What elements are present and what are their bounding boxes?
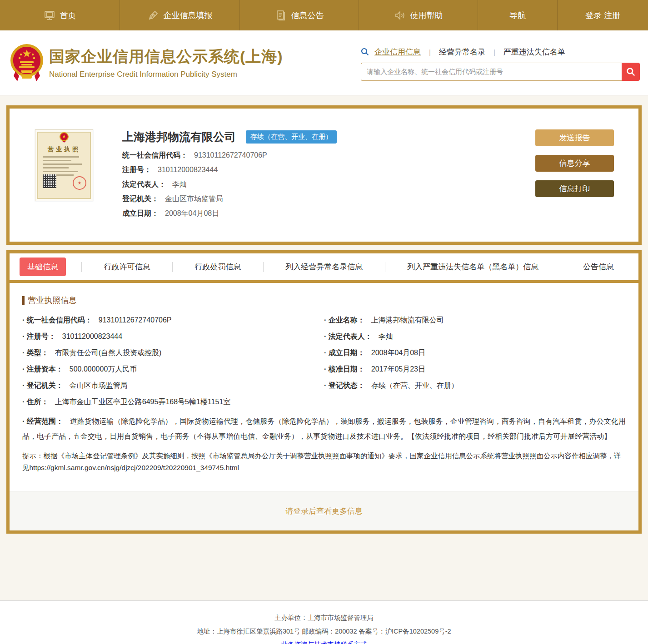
search-icon [361,48,369,56]
field-approval-date: · 核准日期： 2017年05月23日 [324,365,626,374]
section-title: 营业执照信息 [28,295,77,306]
brand-text: 国家企业信用信息公示系统(上海) National Enterprise Cre… [49,46,283,79]
license-qr-code [43,174,56,188]
nav-item-home[interactable]: 首页 [0,0,120,30]
field-credit-code: · 统一社会信用代码： 91310112672740706P [22,316,324,325]
tab-divider [263,262,264,272]
nav-item-login-register[interactable]: 登录 注册 [558,0,648,30]
main-area: 营业执照 上海港邦物流有限公司 存续（在营、开业、在册） 统一社会信用代码： 9… [0,95,648,600]
field-label: · 住所： [22,397,49,407]
company-summary-card: 营业执照 上海港邦物流有限公司 存续（在营、开业、在册） 统一社会信用代码： 9… [6,105,642,245]
speaker-icon [394,10,406,21]
license-info-content: 营业执照信息 · 统一社会信用代码： 91310112672740706P · … [10,283,638,530]
field-registered-capital: · 注册资本： 500.000000万人民币 [22,365,324,374]
nav-item-navigation[interactable]: 导航 [478,0,558,30]
field-registry: · 登记机关： 金山区市场监管局 [22,381,324,391]
detail-grid-row: · 注册号： 310112000823444 · 法定代表人： 李灿 [22,332,626,342]
field-label: 法定代表人： [122,180,166,189]
nav-item-label: 信息公告 [291,10,324,21]
section-title-row: 营业执照信息 [22,295,626,306]
license-emblem-icon [59,132,69,144]
section-title-bar [22,296,25,305]
send-report-button[interactable]: 发送报告 [535,129,614,146]
site-header: 国家企业信用信息公示系统(上海) National Enterprise Cre… [0,30,648,95]
field-label: · 核准日期： [324,365,365,374]
site-title: 国家企业信用信息公示系统(上海) [49,46,283,67]
field-registration-status: · 登记状态： 存续（在营、开业、在册） [324,381,626,391]
nav-item-enterprise-filing[interactable]: 企业信息填报 [120,0,240,30]
footer-address: 地址：上海市徐汇区肇嘉浜路301号 邮政编码：200032 备案号：沪ICP备1… [0,627,648,636]
notice-text: 提示：根据《市场主体登记管理条例》及其实施细则，按照《市场监管总局办公厅关于调整… [22,450,626,474]
field-label: · 企业名称： [324,316,365,325]
info-row-credit-code: 统一社会信用代码： 91310112672740706P [122,151,337,160]
field-value: 有限责任公司(自然人投资或控股) [55,348,162,358]
tab-separator: | [429,48,431,56]
tab-abnormal-list[interactable]: 列入经营异常名录信息 [279,258,369,276]
nav-item-label: 企业信息填报 [164,10,213,21]
field-company-type: · 类型： 有限责任公司(自然人投资或控股) [22,348,324,358]
tab-admin-penalty[interactable]: 行政处罚信息 [189,258,248,276]
tab-divider [561,262,561,272]
search-block: 企业信用信息 | 经营异常名录 | 严重违法失信名单 [361,45,640,81]
field-label: · 登记机关： [22,381,63,391]
nav-item-label: 使用帮助 [410,10,443,21]
detail-grid-row: · 登记机关： 金山区市场监管局 · 登记状态： 存续（在营、开业、在册） [22,381,626,391]
detail-tab-row: 基础信息 行政许可信息 行政处罚信息 列入经营异常名录信息 列入严重违法失信名单… [10,253,638,283]
search-tab-credit-info[interactable]: 企业信用信息 [374,47,421,57]
field-value: 2008年04月08日 [165,209,219,218]
field-value: 310112000823444 [62,332,122,341]
field-value: 金山区市场监管局 [70,381,128,391]
field-label: 统一社会信用代码： [122,151,188,160]
license-text-line [43,171,78,172]
tab-blacklist[interactable]: 列入严重违法失信名单（黑名单）信息 [401,258,545,276]
nav-item-help[interactable]: 使用帮助 [359,0,478,30]
field-label: · 类型： [22,348,49,358]
monitor-icon [44,10,55,21]
tab-basic-info[interactable]: 基础信息 [20,258,66,276]
license-red-stamp-icon [73,176,86,190]
license-title: 营业执照 [38,145,90,154]
nav-item-label: 首页 [60,10,76,21]
field-value: 2017年05月23日 [371,365,425,374]
field-label: · 统一社会信用代码： [22,316,92,325]
page-footer: 主办单位：上海市市场监督管理局 地址：上海市徐汇区肇嘉浜路301号 邮政编码：2… [0,600,648,644]
share-info-button[interactable]: 信息分享 [535,155,614,172]
footer-support-link[interactable]: 业务咨询与技术支持联系方式 [281,641,367,644]
print-info-button[interactable]: 信息打印 [535,180,614,197]
license-text-line [43,163,82,165]
search-button[interactable] [622,63,640,81]
tab-separator: | [493,48,495,56]
field-label: 注册号： [122,165,151,175]
login-more-strip: 请登录后查看更多信息 [10,491,638,530]
info-row-legal-rep: 法定代表人： 李灿 [122,180,337,189]
field-value: 310112000823444 [158,166,218,174]
nav-item-label: 导航 [509,10,526,21]
field-value: 上海港邦物流有限公司 [371,316,444,325]
national-emblem-logo [10,43,44,82]
field-value: 91310112672740706P [194,151,267,159]
detail-grid-row: · 统一社会信用代码： 91310112672740706P · 企业名称： 上… [22,316,626,325]
field-value: 上海市金山工业区亭卫公路6495弄168号5幢1楼1151室 [55,397,231,407]
business-license-thumbnail[interactable]: 营业执照 [35,129,93,201]
company-name: 上海港邦物流有限公司 [122,129,236,144]
field-value: 李灿 [172,180,187,189]
detail-grid-row: · 类型： 有限责任公司(自然人投资或控股) · 成立日期： 2008年04月0… [22,348,626,358]
field-label: · 成立日期： [324,348,365,358]
tab-announcement-info[interactable]: 公告信息 [577,258,620,276]
tab-admin-license[interactable]: 行政许可信息 [98,258,157,276]
company-info: 上海港邦物流有限公司 存续（在营、开业、在册） 统一社会信用代码： 913101… [122,129,337,223]
field-label: 登记机关： [122,194,159,204]
search-input[interactable] [361,63,622,81]
field-value: 91310112672740706P [99,316,172,324]
detail-grid-row: · 注册资本： 500.000000万人民币 · 核准日期： 2017年05月2… [22,365,626,374]
nav-item-announcements[interactable]: 信息公告 [240,0,359,30]
field-establish-date: · 成立日期： 2008年04月08日 [324,348,626,358]
field-label: · 注册号： [22,332,56,342]
field-address: · 住所： 上海市金山工业区亭卫公路6495弄168号5幢1楼1151室 [22,397,626,407]
field-value: 存续（在营、开业、在册） [371,381,459,391]
login-more-link[interactable]: 请登录后查看更多信息 [285,506,363,516]
search-tab-illegal-list[interactable]: 严重违法失信名单 [503,47,565,57]
field-legal-rep: · 法定代表人： 李灿 [324,332,626,342]
search-tab-abnormal-list[interactable]: 经营异常名录 [439,47,485,57]
license-text-line [43,156,79,158]
